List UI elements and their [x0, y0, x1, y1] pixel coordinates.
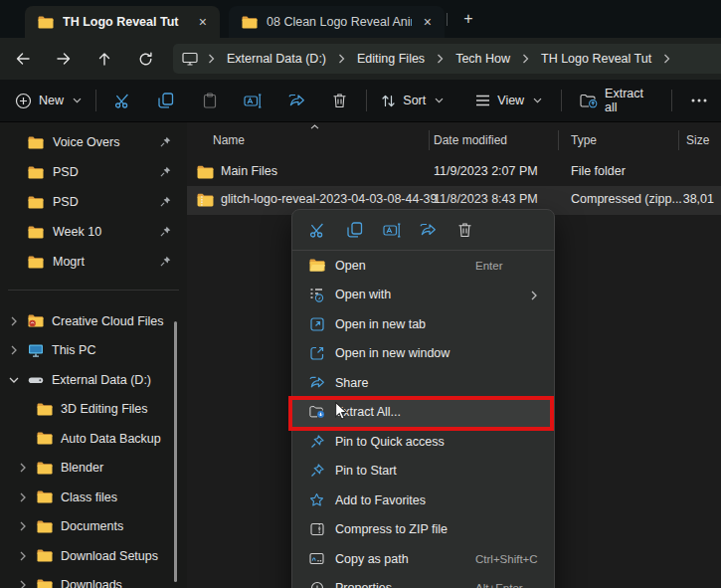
refresh-button[interactable]: [127, 44, 163, 74]
sidebar-item-external-data-d[interactable]: External Data (D:): [0, 365, 187, 395]
share-icon[interactable]: [410, 215, 447, 245]
breadcrumb-item[interactable]: Editing Files: [355, 50, 427, 68]
menu-item-open[interactable]: Open Enter: [292, 251, 554, 281]
folder-icon: [242, 16, 258, 29]
delete-icon[interactable]: [447, 215, 483, 245]
column-header-size[interactable]: Size: [686, 133, 709, 147]
sidebar-item-label: Blender: [61, 461, 103, 475]
sidebar-item-class-files[interactable]: Class files: [0, 483, 187, 512]
sort-button[interactable]: Sort: [372, 84, 452, 117]
zip-folder-icon: [197, 193, 214, 207]
pin-icon: [160, 226, 171, 237]
back-button[interactable]: [5, 44, 41, 74]
tab-inactive[interactable]: 08 Clean Logo Reveal Animatio ×: [229, 6, 445, 38]
address-bar[interactable]: External Data (D:) Editing Files Tech Ho…: [173, 44, 721, 74]
file-date: 11/9/2023 2:07 PM: [434, 164, 538, 178]
chevron-right-icon[interactable]: [16, 521, 29, 531]
sidebar-item-blender[interactable]: Blender: [0, 454, 187, 484]
sidebar-item-pinned[interactable]: PSD: [0, 187, 187, 217]
chevron-right-icon[interactable]: [16, 463, 29, 473]
chevron-down-icon: [73, 98, 82, 103]
sidebar-item-creative-cloud-files[interactable]: Creative Cloud Files: [0, 306, 187, 336]
copy-button[interactable]: [145, 84, 189, 117]
mouse-cursor: [335, 402, 349, 421]
menu-item-pin-to-start[interactable]: Pin to Start: [292, 457, 554, 487]
menu-item-open-in-new-window[interactable]: Open in new window: [292, 339, 554, 369]
column-header-type[interactable]: Type: [571, 133, 597, 147]
sidebar-item-documents[interactable]: Documents: [0, 512, 187, 542]
chevron-right-icon[interactable]: [7, 316, 20, 326]
menu-shortcut: Enter: [475, 260, 503, 272]
chevron-right-icon[interactable]: [7, 345, 20, 355]
menu-item-share[interactable]: Share: [292, 368, 554, 398]
more-options-button[interactable]: [677, 84, 721, 117]
menu-item-add-to-favorites[interactable]: Add to Favorites: [292, 486, 554, 515]
rename-button[interactable]: [232, 84, 275, 117]
menu-item-compress-to-zip[interactable]: Compress to ZIP file: [292, 515, 554, 545]
folder-icon: [37, 579, 53, 588]
column-header-name[interactable]: Name: [213, 133, 245, 147]
new-button-label: New: [39, 94, 64, 107]
menu-item-label: Pin to Quick access: [335, 435, 445, 449]
sidebar-item-pinned[interactable]: Mogrt: [0, 247, 187, 277]
open-new-window-icon: [308, 346, 325, 360]
file-name: glitch-logo-reveal-2023-04-03-08-44-39: [221, 192, 438, 206]
menu-item-copy-as-path[interactable]: Copy as path Ctrl+Shift+C: [292, 544, 554, 574]
highlight-box-extract-all: [288, 396, 554, 431]
sidebar-item-pinned[interactable]: Week 10: [0, 217, 187, 247]
paste-button[interactable]: [188, 84, 232, 117]
menu-item-open-in-new-tab[interactable]: Open in new tab: [292, 309, 554, 339]
close-tab-icon[interactable]: ×: [421, 14, 435, 30]
chevron-right-icon: [208, 54, 215, 64]
breadcrumb-item[interactable]: TH Logo Reveal Tut: [539, 50, 653, 68]
sidebar-item-auto-data-backup[interactable]: Auto Data Backup: [0, 424, 187, 454]
creative-cloud-icon: [28, 314, 44, 327]
new-button[interactable]: New: [6, 84, 90, 117]
pin-icon: [160, 256, 171, 267]
sidebar-item-downloads[interactable]: Downloads: [0, 571, 187, 588]
extract-all-button[interactable]: Extract all: [571, 84, 665, 117]
up-button[interactable]: [87, 44, 122, 74]
menu-item-label: Pin to Start: [335, 464, 397, 478]
view-button-label: View: [497, 94, 524, 107]
sidebar-item-pinned[interactable]: Voice Overs: [0, 127, 187, 157]
forward-button[interactable]: [46, 44, 82, 74]
sidebar-item-pinned[interactable]: PSD: [0, 157, 187, 187]
view-button[interactable]: View: [466, 84, 551, 117]
cut-button[interactable]: [101, 84, 145, 117]
pin-icon: [160, 166, 171, 177]
sidebar-item-download-setups[interactable]: Download Setups: [0, 541, 187, 571]
sidebar-scrollbar[interactable]: [174, 321, 177, 582]
menu-item-label: Open with: [335, 288, 391, 301]
file-row-main-files[interactable]: Main Files 11/9/2023 2:07 PM File folder: [187, 158, 721, 186]
menu-item-open-with[interactable]: Open with: [292, 281, 554, 310]
column-divider[interactable]: [429, 130, 430, 150]
column-header-date-modified[interactable]: Date modified: [434, 133, 507, 147]
close-tab-icon[interactable]: ×: [196, 14, 210, 30]
delete-button[interactable]: [318, 84, 362, 117]
chevron-right-icon[interactable]: [16, 551, 29, 561]
pin-icon: [308, 435, 325, 449]
cut-icon[interactable]: [299, 215, 336, 245]
column-divider[interactable]: [558, 130, 559, 150]
menu-item-pin-to-quick-access[interactable]: Pin to Quick access: [292, 427, 554, 457]
chevron-down-icon[interactable]: [7, 377, 20, 383]
monitor-icon: [28, 343, 44, 357]
share-button[interactable]: [274, 84, 318, 117]
breadcrumb-item[interactable]: External Data (D:): [225, 50, 328, 68]
submenu-chevron-icon: [531, 291, 537, 300]
rename-icon[interactable]: [373, 215, 410, 245]
menu-item-label: Share: [335, 376, 368, 390]
chevron-right-icon[interactable]: [16, 492, 29, 502]
sidebar-item-3d-editing-files[interactable]: 3D Editing Files: [0, 395, 187, 425]
copy-icon[interactable]: [336, 215, 373, 245]
menu-item-properties[interactable]: Properties Alt+Enter: [292, 574, 554, 588]
chevron-right-icon[interactable]: [16, 580, 29, 588]
breadcrumb-item[interactable]: Tech How: [453, 50, 512, 68]
column-divider[interactable]: [678, 130, 679, 150]
tab-active[interactable]: TH Logo Reveal Tut ×: [25, 6, 220, 38]
new-tab-button[interactable]: +: [455, 7, 481, 31]
menu-item-label: Copy as path: [335, 552, 409, 566]
sidebar-item-this-pc[interactable]: This PC: [0, 336, 187, 366]
folder-icon: [28, 256, 44, 269]
